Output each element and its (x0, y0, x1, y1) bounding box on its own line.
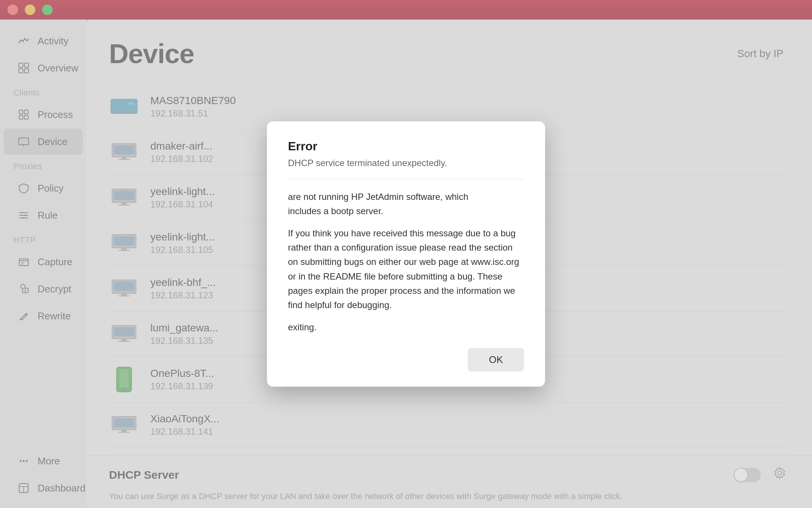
error-dialog-title: Error (288, 139, 524, 153)
modal-overlay: Error DHCP service terminated unexpected… (0, 0, 812, 508)
error-dialog: Error DHCP service terminated unexpected… (267, 121, 545, 387)
ok-button[interactable]: OK (468, 348, 524, 372)
error-dialog-footer: OK (288, 348, 524, 372)
error-dialog-body-exit: exiting. (288, 320, 524, 334)
error-dialog-body2: If you think you have received this mess… (288, 226, 524, 313)
error-dialog-body1: are not running HP JetAdmin software, wh… (288, 190, 524, 219)
error-dialog-divider (288, 179, 524, 179)
error-dialog-subtitle: DHCP service terminated unexpectedly. (288, 158, 524, 168)
